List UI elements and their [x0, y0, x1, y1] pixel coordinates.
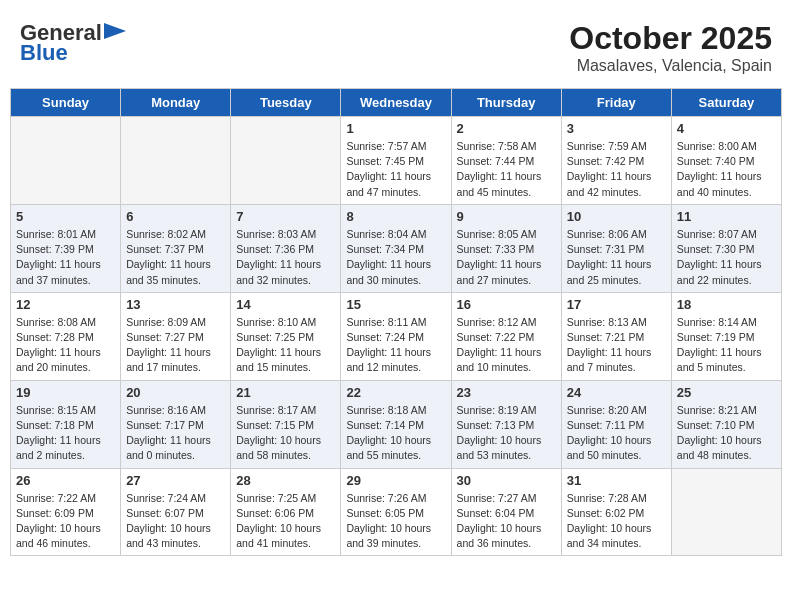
- day-number: 13: [126, 297, 225, 312]
- day-info: Sunrise: 8:10 AM Sunset: 7:25 PM Dayligh…: [236, 315, 335, 376]
- calendar-week-row: 5Sunrise: 8:01 AM Sunset: 7:39 PM Daylig…: [11, 204, 782, 292]
- day-info: Sunrise: 8:01 AM Sunset: 7:39 PM Dayligh…: [16, 227, 115, 288]
- calendar-day-cell: 14Sunrise: 8:10 AM Sunset: 7:25 PM Dayli…: [231, 292, 341, 380]
- location-subtitle: Masalaves, Valencia, Spain: [569, 57, 772, 75]
- day-info: Sunrise: 7:58 AM Sunset: 7:44 PM Dayligh…: [457, 139, 556, 200]
- day-info: Sunrise: 8:15 AM Sunset: 7:18 PM Dayligh…: [16, 403, 115, 464]
- day-number: 12: [16, 297, 115, 312]
- day-info: Sunrise: 7:26 AM Sunset: 6:05 PM Dayligh…: [346, 491, 445, 552]
- day-info: Sunrise: 8:12 AM Sunset: 7:22 PM Dayligh…: [457, 315, 556, 376]
- day-number: 2: [457, 121, 556, 136]
- weekday-header: Thursday: [451, 89, 561, 117]
- calendar-week-row: 26Sunrise: 7:22 AM Sunset: 6:09 PM Dayli…: [11, 468, 782, 556]
- day-info: Sunrise: 8:05 AM Sunset: 7:33 PM Dayligh…: [457, 227, 556, 288]
- calendar-day-cell: 15Sunrise: 8:11 AM Sunset: 7:24 PM Dayli…: [341, 292, 451, 380]
- day-number: 11: [677, 209, 776, 224]
- day-number: 29: [346, 473, 445, 488]
- day-number: 26: [16, 473, 115, 488]
- day-info: Sunrise: 8:20 AM Sunset: 7:11 PM Dayligh…: [567, 403, 666, 464]
- day-number: 4: [677, 121, 776, 136]
- day-number: 5: [16, 209, 115, 224]
- calendar-day-cell: 22Sunrise: 8:18 AM Sunset: 7:14 PM Dayli…: [341, 380, 451, 468]
- calendar-day-cell: 5Sunrise: 8:01 AM Sunset: 7:39 PM Daylig…: [11, 204, 121, 292]
- calendar-day-cell: 24Sunrise: 8:20 AM Sunset: 7:11 PM Dayli…: [561, 380, 671, 468]
- day-info: Sunrise: 8:11 AM Sunset: 7:24 PM Dayligh…: [346, 315, 445, 376]
- day-info: Sunrise: 7:28 AM Sunset: 6:02 PM Dayligh…: [567, 491, 666, 552]
- day-number: 15: [346, 297, 445, 312]
- day-number: 30: [457, 473, 556, 488]
- calendar-week-row: 12Sunrise: 8:08 AM Sunset: 7:28 PM Dayli…: [11, 292, 782, 380]
- calendar-day-cell: [231, 117, 341, 205]
- day-number: 23: [457, 385, 556, 400]
- logo-blue: Blue: [20, 40, 68, 66]
- day-info: Sunrise: 8:14 AM Sunset: 7:19 PM Dayligh…: [677, 315, 776, 376]
- day-number: 14: [236, 297, 335, 312]
- day-info: Sunrise: 8:13 AM Sunset: 7:21 PM Dayligh…: [567, 315, 666, 376]
- calendar-day-cell: 17Sunrise: 8:13 AM Sunset: 7:21 PM Dayli…: [561, 292, 671, 380]
- calendar-day-cell: 18Sunrise: 8:14 AM Sunset: 7:19 PM Dayli…: [671, 292, 781, 380]
- day-info: Sunrise: 8:07 AM Sunset: 7:30 PM Dayligh…: [677, 227, 776, 288]
- weekday-header: Sunday: [11, 89, 121, 117]
- day-number: 24: [567, 385, 666, 400]
- day-number: 22: [346, 385, 445, 400]
- day-info: Sunrise: 8:16 AM Sunset: 7:17 PM Dayligh…: [126, 403, 225, 464]
- day-info: Sunrise: 8:18 AM Sunset: 7:14 PM Dayligh…: [346, 403, 445, 464]
- day-info: Sunrise: 8:06 AM Sunset: 7:31 PM Dayligh…: [567, 227, 666, 288]
- calendar-table: SundayMondayTuesdayWednesdayThursdayFrid…: [10, 88, 782, 556]
- day-info: Sunrise: 7:22 AM Sunset: 6:09 PM Dayligh…: [16, 491, 115, 552]
- calendar-day-cell: 30Sunrise: 7:27 AM Sunset: 6:04 PM Dayli…: [451, 468, 561, 556]
- day-number: 10: [567, 209, 666, 224]
- weekday-header: Saturday: [671, 89, 781, 117]
- calendar-day-cell: [671, 468, 781, 556]
- calendar-day-cell: 23Sunrise: 8:19 AM Sunset: 7:13 PM Dayli…: [451, 380, 561, 468]
- day-info: Sunrise: 7:24 AM Sunset: 6:07 PM Dayligh…: [126, 491, 225, 552]
- day-number: 1: [346, 121, 445, 136]
- day-info: Sunrise: 7:57 AM Sunset: 7:45 PM Dayligh…: [346, 139, 445, 200]
- calendar-day-cell: 26Sunrise: 7:22 AM Sunset: 6:09 PM Dayli…: [11, 468, 121, 556]
- logo-flag-icon: [104, 23, 126, 39]
- weekday-header: Wednesday: [341, 89, 451, 117]
- day-number: 3: [567, 121, 666, 136]
- calendar-day-cell: 21Sunrise: 8:17 AM Sunset: 7:15 PM Dayli…: [231, 380, 341, 468]
- logo: General Blue: [20, 20, 126, 66]
- month-title: October 2025: [569, 20, 772, 57]
- calendar-day-cell: 9Sunrise: 8:05 AM Sunset: 7:33 PM Daylig…: [451, 204, 561, 292]
- calendar-day-cell: [121, 117, 231, 205]
- calendar-week-row: 1Sunrise: 7:57 AM Sunset: 7:45 PM Daylig…: [11, 117, 782, 205]
- calendar-day-cell: 12Sunrise: 8:08 AM Sunset: 7:28 PM Dayli…: [11, 292, 121, 380]
- calendar-week-row: 19Sunrise: 8:15 AM Sunset: 7:18 PM Dayli…: [11, 380, 782, 468]
- day-info: Sunrise: 7:59 AM Sunset: 7:42 PM Dayligh…: [567, 139, 666, 200]
- calendar-day-cell: 8Sunrise: 8:04 AM Sunset: 7:34 PM Daylig…: [341, 204, 451, 292]
- day-number: 31: [567, 473, 666, 488]
- calendar-day-cell: 16Sunrise: 8:12 AM Sunset: 7:22 PM Dayli…: [451, 292, 561, 380]
- calendar-day-cell: 6Sunrise: 8:02 AM Sunset: 7:37 PM Daylig…: [121, 204, 231, 292]
- day-info: Sunrise: 7:27 AM Sunset: 6:04 PM Dayligh…: [457, 491, 556, 552]
- day-number: 25: [677, 385, 776, 400]
- day-number: 7: [236, 209, 335, 224]
- day-number: 19: [16, 385, 115, 400]
- day-number: 20: [126, 385, 225, 400]
- weekday-header: Monday: [121, 89, 231, 117]
- svg-marker-0: [104, 23, 126, 39]
- day-info: Sunrise: 7:25 AM Sunset: 6:06 PM Dayligh…: [236, 491, 335, 552]
- day-info: Sunrise: 8:04 AM Sunset: 7:34 PM Dayligh…: [346, 227, 445, 288]
- day-info: Sunrise: 8:19 AM Sunset: 7:13 PM Dayligh…: [457, 403, 556, 464]
- calendar-day-cell: 19Sunrise: 8:15 AM Sunset: 7:18 PM Dayli…: [11, 380, 121, 468]
- calendar-day-cell: 25Sunrise: 8:21 AM Sunset: 7:10 PM Dayli…: [671, 380, 781, 468]
- day-number: 27: [126, 473, 225, 488]
- day-number: 16: [457, 297, 556, 312]
- calendar-day-cell: 13Sunrise: 8:09 AM Sunset: 7:27 PM Dayli…: [121, 292, 231, 380]
- day-number: 8: [346, 209, 445, 224]
- calendar-day-cell: 20Sunrise: 8:16 AM Sunset: 7:17 PM Dayli…: [121, 380, 231, 468]
- calendar-day-cell: 2Sunrise: 7:58 AM Sunset: 7:44 PM Daylig…: [451, 117, 561, 205]
- day-number: 9: [457, 209, 556, 224]
- day-number: 6: [126, 209, 225, 224]
- calendar-day-cell: 1Sunrise: 7:57 AM Sunset: 7:45 PM Daylig…: [341, 117, 451, 205]
- day-number: 17: [567, 297, 666, 312]
- title-section: October 2025 Masalaves, Valencia, Spain: [569, 20, 772, 75]
- day-info: Sunrise: 8:00 AM Sunset: 7:40 PM Dayligh…: [677, 139, 776, 200]
- day-number: 28: [236, 473, 335, 488]
- weekday-header-row: SundayMondayTuesdayWednesdayThursdayFrid…: [11, 89, 782, 117]
- calendar-day-cell: 29Sunrise: 7:26 AM Sunset: 6:05 PM Dayli…: [341, 468, 451, 556]
- day-number: 18: [677, 297, 776, 312]
